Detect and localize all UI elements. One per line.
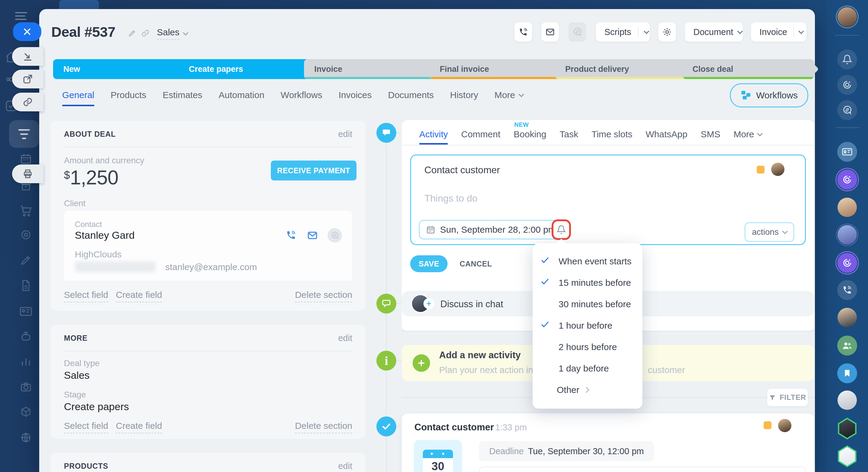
- datetime-picker[interactable]: Sun, September 28, 2:00 pm: [419, 220, 560, 239]
- tab-activity-more[interactable]: More: [734, 129, 762, 140]
- stage-new[interactable]: New: [53, 59, 185, 79]
- call-button[interactable]: [515, 22, 532, 42]
- copy-link-button[interactable]: [12, 93, 43, 111]
- menu-icon[interactable]: [15, 12, 27, 20]
- menu-item-1-day[interactable]: 1 day before: [533, 358, 642, 379]
- assignee-avatar[interactable]: [771, 163, 784, 176]
- event-avatar[interactable]: [778, 419, 792, 432]
- contact-call-icon[interactable]: [286, 230, 296, 241]
- invoice-dropdown[interactable]: Invoice: [751, 22, 806, 42]
- stage-final-invoice[interactable]: Final invoice: [430, 59, 562, 79]
- user-avatar[interactable]: [838, 7, 857, 27]
- close-deal-button[interactable]: [13, 22, 41, 41]
- tab-workflows[interactable]: Workflows: [281, 90, 322, 100]
- activity-title-input[interactable]: Contact customer: [424, 165, 500, 176]
- bookmarks-button[interactable]: [837, 363, 857, 383]
- teammate-avatar[interactable]: [838, 198, 857, 217]
- bot-icon[interactable]: [19, 330, 33, 345]
- tab-comment[interactable]: Comment: [461, 129, 500, 140]
- pipeline-selector[interactable]: Sales: [157, 27, 188, 40]
- menu-item-2-hours[interactable]: 2 hours before: [533, 336, 642, 358]
- select-field-link[interactable]: Select field: [64, 421, 108, 433]
- package-icon[interactable]: [20, 406, 32, 419]
- contacts-panel-button[interactable]: [837, 142, 857, 162]
- receive-payment-button[interactable]: RECEIVE PAYMENT: [271, 160, 356, 180]
- menu-item-15-minutes[interactable]: 15 minutes before: [533, 272, 642, 293]
- edit-title-icon[interactable]: [128, 29, 136, 39]
- event-title[interactable]: Contact customer: [414, 422, 494, 433]
- tab-sms[interactable]: SMS: [701, 129, 720, 140]
- tab-general[interactable]: General: [62, 90, 94, 100]
- messenger-button[interactable]: [837, 100, 857, 120]
- calendar-icon[interactable]: [20, 153, 32, 166]
- sidebar-item-deals-active[interactable]: [9, 120, 39, 148]
- pencil-icon[interactable]: [20, 254, 32, 267]
- stage-create-papers[interactable]: Create papers: [179, 59, 311, 79]
- stage-close-deal[interactable]: Close deal: [682, 59, 814, 79]
- flag-color[interactable]: [757, 166, 765, 174]
- menu-item-other[interactable]: Other: [533, 379, 642, 401]
- email-button[interactable]: [541, 22, 559, 42]
- teammate-avatar-hex[interactable]: [837, 445, 858, 467]
- event-comment-input[interactable]: [479, 467, 806, 472]
- activity-description-input[interactable]: Things to do: [424, 193, 477, 204]
- edit-products-link[interactable]: edit: [338, 461, 352, 471]
- delete-section-link[interactable]: Delete section: [295, 421, 352, 433]
- contact-email-icon[interactable]: [307, 230, 318, 242]
- stage-invoice[interactable]: Invoice: [304, 59, 436, 79]
- tab-automation[interactable]: Automation: [219, 90, 265, 100]
- settings-button[interactable]: [658, 22, 676, 42]
- document-dropdown[interactable]: Document: [685, 22, 743, 42]
- tab-estimates[interactable]: Estimates: [162, 90, 203, 100]
- link-title-icon[interactable]: [141, 29, 150, 39]
- tab-documents[interactable]: Documents: [388, 90, 434, 100]
- ai-bot-button[interactable]: [837, 170, 857, 189]
- team-button[interactable]: [837, 335, 857, 355]
- ai-bot-button[interactable]: [837, 253, 857, 273]
- camera-icon[interactable]: [20, 381, 32, 394]
- bar-chart-icon[interactable]: [20, 355, 32, 369]
- teammate-avatar-hex[interactable]: [837, 418, 858, 439]
- tab-more[interactable]: More: [495, 90, 523, 100]
- teammate-avatar[interactable]: [838, 225, 857, 244]
- create-field-link[interactable]: Create field: [116, 290, 162, 302]
- company-name[interactable]: HighClouds: [75, 249, 122, 260]
- scripts-dropdown[interactable]: Scripts: [596, 22, 650, 42]
- print-button[interactable]: [12, 165, 43, 183]
- teammate-avatar[interactable]: [838, 390, 857, 410]
- actions-dropdown[interactable]: actions: [745, 223, 794, 242]
- contact-card-icon[interactable]: [19, 305, 33, 319]
- add-participant-badge[interactable]: [424, 298, 434, 309]
- flag-color[interactable]: [764, 421, 772, 429]
- notifications-button[interactable]: [837, 50, 857, 69]
- save-button[interactable]: SAVE: [410, 255, 447, 272]
- filter-button[interactable]: FILTER: [767, 389, 808, 406]
- tab-time-slots[interactable]: Time slots: [591, 129, 632, 140]
- delete-section-link[interactable]: Delete section: [295, 290, 352, 302]
- tab-history[interactable]: History: [450, 90, 478, 100]
- target-icon[interactable]: [20, 229, 32, 242]
- tab-activity[interactable]: Activity: [419, 129, 448, 140]
- document-icon[interactable]: [20, 279, 32, 293]
- contact-email-text[interactable]: stanley@example.com: [165, 262, 257, 272]
- edit-more-link[interactable]: edit: [338, 333, 352, 343]
- tab-task[interactable]: Task: [559, 129, 578, 140]
- cancel-button[interactable]: CANCEL: [460, 260, 492, 268]
- globe-icon[interactable]: [20, 432, 32, 445]
- workflows-button[interactable]: Workflows: [730, 83, 808, 108]
- collapse-button[interactable]: [12, 47, 43, 66]
- tab-invoices[interactable]: Invoices: [338, 90, 372, 100]
- stage-product-delivery[interactable]: Product delivery: [555, 59, 689, 79]
- open-in-new-button[interactable]: [12, 70, 43, 88]
- menu-item-when-event-starts[interactable]: When event starts: [533, 250, 642, 272]
- calls-button[interactable]: [837, 280, 857, 300]
- add-activity-plus[interactable]: [412, 354, 430, 372]
- tab-products[interactable]: Products: [111, 90, 146, 100]
- cart-icon[interactable]: [19, 204, 33, 218]
- reminder-bell-button[interactable]: [552, 219, 571, 240]
- tab-whatsapp[interactable]: WhatsApp: [646, 129, 687, 140]
- contact-name[interactable]: Stanley Gard: [75, 229, 134, 241]
- select-field-link[interactable]: Select field: [64, 290, 108, 302]
- edit-about-link[interactable]: edit: [338, 129, 352, 139]
- teammate-avatar[interactable]: [838, 308, 857, 327]
